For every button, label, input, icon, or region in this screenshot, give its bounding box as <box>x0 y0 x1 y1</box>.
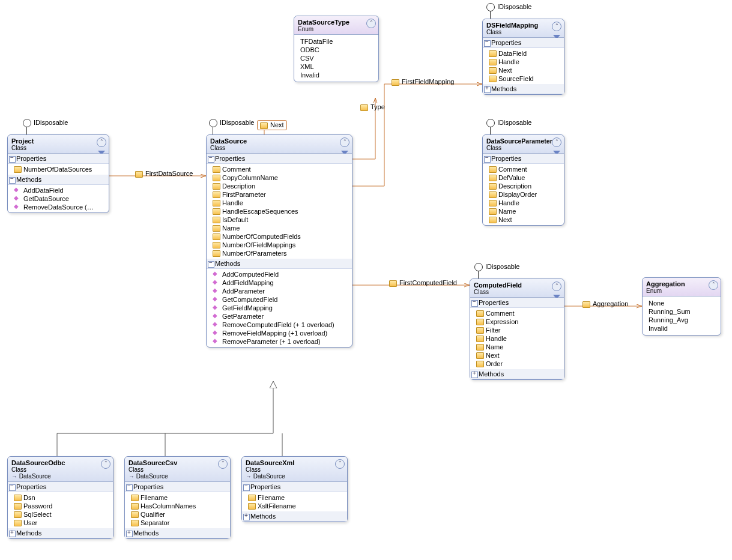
section-properties[interactable]: Properties <box>242 482 347 492</box>
property-item[interactable]: Expression <box>470 318 564 326</box>
property-item[interactable]: CopyColumnName <box>207 173 352 182</box>
collapse-icon[interactable]: ⌃ <box>552 22 561 31</box>
property-item[interactable]: Order <box>470 360 564 368</box>
property-item[interactable]: Filter <box>470 326 564 334</box>
enum-datasourcetype[interactable]: DataSourceType Enum ⌃ TFDataFile ODBC CS… <box>294 16 379 82</box>
method-item[interactable]: RemoveParameter (+ 1 overload) <box>207 337 352 346</box>
property-item[interactable]: NumberOfComputedFields <box>207 232 352 241</box>
method-item[interactable]: AddParameter <box>207 287 352 295</box>
property-item[interactable]: Handle <box>483 58 564 66</box>
section-methods[interactable]: Methods <box>207 259 352 269</box>
collapse-icon[interactable]: ⌃ <box>552 282 561 291</box>
method-item[interactable]: RemoveDataSource (… <box>8 203 109 211</box>
section-methods[interactable]: Methods <box>242 511 347 522</box>
property-item[interactable]: Password <box>8 502 113 510</box>
collapse-icon[interactable]: ⌃ <box>552 137 561 147</box>
class-datasourcexml[interactable]: DataSourceXml Class DataSource ⌃ Propert… <box>241 456 348 522</box>
method-item[interactable]: AddComputedField <box>207 270 352 278</box>
property-item[interactable]: SourceField <box>483 74 564 83</box>
collapse-icon[interactable]: ⌃ <box>101 459 110 469</box>
collapse-icon[interactable]: ⌃ <box>335 459 345 469</box>
property-item[interactable]: SqlSelect <box>8 510 113 519</box>
section-methods[interactable]: Methods <box>8 528 113 538</box>
method-item[interactable]: RemoveFieldMapping (+1 overload) <box>207 329 352 337</box>
property-item[interactable]: Handle <box>483 199 564 207</box>
property-item[interactable]: Comment <box>483 165 564 173</box>
property-item[interactable]: Next <box>483 215 564 224</box>
class-header[interactable]: DataSourceParameter Class ⌃ <box>483 135 564 154</box>
property-item[interactable]: Name <box>207 224 352 232</box>
section-properties[interactable]: Properties <box>8 154 109 164</box>
enum-value[interactable]: Invalid <box>300 71 372 79</box>
section-properties[interactable]: Properties <box>470 298 564 308</box>
class-datasource[interactable]: DataSource Class ⌃ Properties Comment Co… <box>206 134 352 348</box>
class-datasourcecsv[interactable]: DataSourceCsv Class DataSource ⌃ Propert… <box>124 456 231 539</box>
class-header[interactable]: DataSourceType Enum ⌃ <box>294 16 378 35</box>
property-item[interactable]: DefValue <box>483 173 564 182</box>
class-header[interactable]: DataSource Class ⌃ <box>207 135 352 154</box>
property-item[interactable]: Description <box>483 182 564 190</box>
method-item[interactable]: GetDataSource <box>8 194 109 203</box>
property-item[interactable]: NumberOfFieldMappings <box>207 241 352 249</box>
class-header[interactable]: Aggregation Enum ⌃ <box>643 278 721 297</box>
collapse-icon[interactable]: ⌃ <box>218 459 228 469</box>
class-header[interactable]: ComputedField Class ⌃ <box>470 279 564 298</box>
property-item[interactable]: Description <box>207 182 352 190</box>
property-item[interactable]: FirstParameter <box>207 190 352 199</box>
property-item[interactable]: Filename <box>125 493 230 502</box>
property-item[interactable]: NumberOfParameters <box>207 249 352 257</box>
enum-value[interactable]: Invalid <box>649 324 715 333</box>
collapse-icon[interactable]: ⌃ <box>709 280 718 290</box>
property-item[interactable]: Handle <box>207 199 352 207</box>
class-header[interactable]: DSFieldMapping Class ⌃ <box>483 19 564 38</box>
property-item[interactable]: DataField <box>483 49 564 58</box>
collapse-icon[interactable]: ⌃ <box>366 19 376 28</box>
section-properties[interactable]: Properties <box>125 482 230 492</box>
section-methods[interactable]: Methods <box>125 528 230 538</box>
property-item[interactable]: Dsn <box>8 493 113 502</box>
enum-value[interactable]: None <box>649 299 715 307</box>
property-item[interactable]: Separator <box>125 519 230 527</box>
method-item[interactable]: GetComputedField <box>207 295 352 304</box>
class-dsfieldmapping[interactable]: DSFieldMapping Class ⌃ Properties DataFi… <box>482 19 564 95</box>
section-methods[interactable]: Methods <box>483 84 564 94</box>
method-item[interactable]: RemoveComputedField (+ 1 overload) <box>207 321 352 329</box>
property-item[interactable]: Comment <box>207 165 352 173</box>
property-item[interactable]: Qualifier <box>125 510 230 519</box>
class-header[interactable]: DataSourceXml Class DataSource ⌃ <box>242 457 347 482</box>
class-datasourceparameter[interactable]: DataSourceParameter Class ⌃ Properties C… <box>482 134 564 226</box>
class-project[interactable]: Project Class ⌃ Properties NumberOfDataS… <box>7 134 109 213</box>
collapse-icon[interactable]: ⌃ <box>97 137 106 147</box>
property-item[interactable]: Handle <box>470 334 564 343</box>
property-item[interactable]: Comment <box>470 309 564 318</box>
property-item[interactable]: IsDefault <box>207 215 352 224</box>
property-item[interactable]: Name <box>470 343 564 351</box>
property-item[interactable]: XsltFilename <box>242 502 347 510</box>
method-item[interactable]: AddDataField <box>8 186 109 194</box>
enum-value[interactable]: ODBC <box>300 46 372 54</box>
property-item[interactable]: Next <box>483 66 564 74</box>
section-properties[interactable]: Properties <box>207 154 352 164</box>
property-item[interactable]: HasColumnNames <box>125 502 230 510</box>
property-item[interactable]: Filename <box>242 493 347 502</box>
class-computedfield[interactable]: ComputedField Class ⌃ Properties Comment… <box>470 278 564 380</box>
collapse-icon[interactable]: ⌃ <box>340 137 349 147</box>
enum-value[interactable]: XML <box>300 62 372 71</box>
class-header[interactable]: Project Class ⌃ <box>8 135 109 154</box>
property-item[interactable]: User <box>8 519 113 527</box>
section-properties[interactable]: Properties <box>483 38 564 48</box>
property-item[interactable]: NumberOfDataSources <box>8 165 109 173</box>
class-datasourceodbc[interactable]: DataSourceOdbc Class DataSource ⌃ Proper… <box>7 456 113 539</box>
enum-aggregation[interactable]: Aggregation Enum ⌃ None Running_Sum Runn… <box>642 277 721 336</box>
section-methods[interactable]: Methods <box>8 175 109 185</box>
enum-value[interactable]: Running_Sum <box>649 307 715 316</box>
enum-value[interactable]: Running_Avg <box>649 316 715 324</box>
property-item[interactable]: HandleEscapeSequences <box>207 207 352 215</box>
section-methods[interactable]: Methods <box>470 369 564 379</box>
section-properties[interactable]: Properties <box>483 154 564 164</box>
property-item[interactable]: Name <box>483 207 564 215</box>
class-header[interactable]: DataSourceOdbc Class DataSource ⌃ <box>8 457 113 482</box>
property-item[interactable]: DisplayOrder <box>483 190 564 199</box>
property-item[interactable]: Next <box>470 351 564 360</box>
enum-value[interactable]: CSV <box>300 54 372 62</box>
